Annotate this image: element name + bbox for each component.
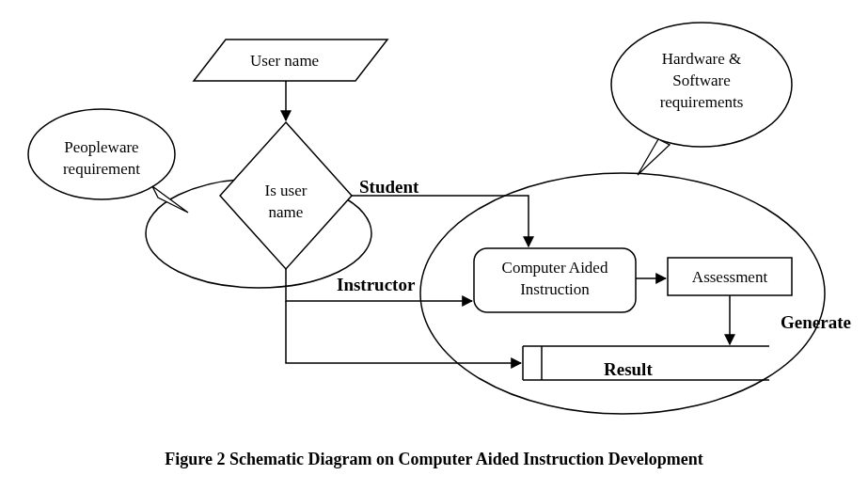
label-cai: Computer Aided Instruction: [476, 258, 634, 301]
label-assessment: Assessment: [668, 267, 792, 289]
figure-caption: Figure 2 Schematic Diagram on Computer A…: [0, 450, 868, 469]
label-username: User name: [250, 51, 319, 72]
label-hwsoft: Hardware & Software requirements: [647, 49, 756, 114]
label-student: Student: [359, 175, 418, 199]
label-instructor: Instructor: [337, 273, 415, 297]
callout-hwsoft-tail: [638, 139, 670, 175]
edge-student: [352, 196, 529, 246]
label-peopleware: Peopleware requirement: [49, 137, 154, 181]
label-generate: Generate: [781, 310, 851, 335]
label-decision: Is user name: [252, 181, 320, 224]
diagram-canvas: User name Is user name Computer Aided In…: [0, 0, 868, 491]
label-result: Result: [604, 357, 653, 382]
